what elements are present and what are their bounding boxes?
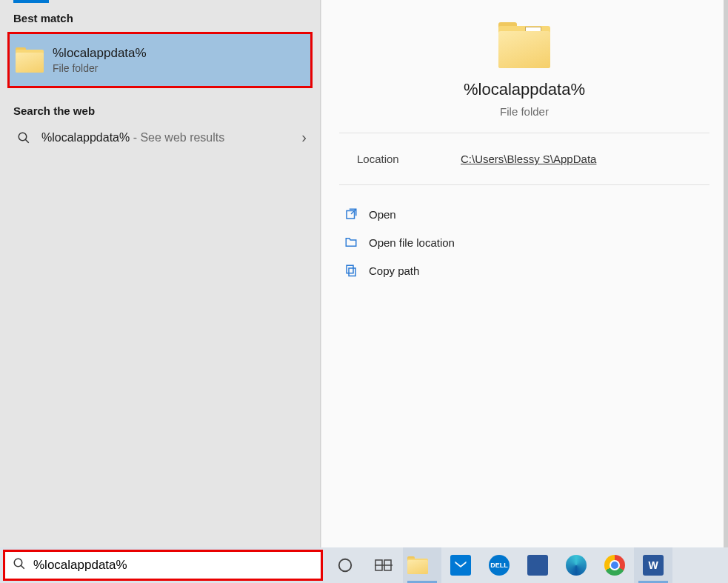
taskbar-search-box[interactable] [3, 550, 323, 581]
preview-actions: Open Open file location Copy path [321, 185, 727, 299]
svg-rect-4 [349, 268, 355, 276]
web-result-suffix: - See web results [130, 131, 224, 144]
search-results-panel: Best match %localappdata% File folder Se… [0, 0, 321, 548]
search-icon [13, 557, 26, 573]
best-match-title: %localappdata% [53, 46, 147, 61]
search-web-label: Search the web [0, 96, 320, 121]
word-icon[interactable]: W [634, 547, 672, 583]
cortana-icon[interactable] [326, 547, 364, 583]
open-action[interactable]: Open [339, 200, 709, 228]
best-match-subtitle: File folder [53, 62, 147, 74]
location-label: Location [357, 153, 461, 165]
copy-path-action[interactable]: Copy path [339, 256, 709, 284]
file-explorer-icon[interactable] [403, 547, 441, 583]
chevron-right-icon: › [301, 129, 307, 146]
open-location-action[interactable]: Open file location [339, 228, 709, 256]
scrollbar[interactable] [724, 0, 728, 548]
web-result-row[interactable]: %localappdata% - See web results › [0, 121, 320, 153]
taskbar-icons: DELL W [326, 547, 672, 583]
best-match-result[interactable]: %localappdata% File folder [7, 32, 313, 88]
best-match-label: Best match [0, 3, 320, 29]
svg-rect-5 [347, 265, 353, 273]
svg-point-0 [19, 133, 27, 141]
svg-point-8 [339, 559, 352, 572]
web-result-term: %localappdata% [41, 131, 130, 144]
preview-title: %localappdata% [339, 80, 709, 99]
copy-path-label: Copy path [369, 264, 419, 277]
open-label: Open [369, 208, 396, 221]
svg-line-7 [21, 565, 24, 569]
folder-icon [498, 22, 550, 68]
preview-panel: %localappdata% File folder Location C:\U… [321, 0, 727, 548]
preview-header: %localappdata% File folder [339, 0, 709, 133]
preview-subtitle: File folder [339, 105, 709, 118]
task-view-icon[interactable] [364, 547, 403, 583]
open-location-icon [339, 236, 363, 249]
chrome-icon[interactable] [595, 547, 634, 583]
folder-icon [16, 47, 44, 73]
search-tab-bar [0, 0, 320, 3]
taskbar: DELL W [0, 547, 728, 583]
svg-line-3 [351, 209, 356, 214]
active-tab-indicator [13, 0, 49, 3]
mail-icon[interactable] [441, 547, 480, 583]
best-match-text: %localappdata% File folder [53, 46, 147, 74]
open-icon [339, 207, 363, 221]
copy-icon [339, 264, 363, 277]
svg-point-6 [14, 559, 22, 567]
search-input[interactable] [33, 558, 313, 573]
preview-location-row: Location C:\Users\Blessy S\AppData [339, 133, 709, 185]
dell-icon[interactable]: DELL [480, 547, 518, 583]
app-tile-icon[interactable] [518, 547, 557, 583]
svg-line-1 [25, 139, 29, 143]
search-icon [13, 131, 34, 144]
edge-icon[interactable] [557, 547, 595, 583]
location-value[interactable]: C:\Users\Blessy S\AppData [461, 153, 596, 165]
web-result-text: %localappdata% - See web results [41, 131, 301, 144]
open-location-label: Open file location [369, 236, 455, 249]
